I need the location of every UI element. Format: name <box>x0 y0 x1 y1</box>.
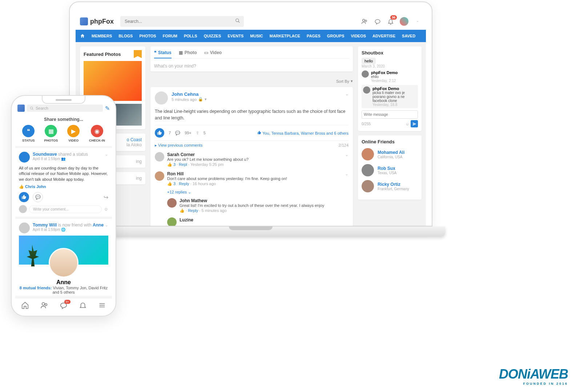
nav-saved[interactable]: SAVED <box>402 34 415 38</box>
composer-tab-status[interactable]: ❝ Status <box>154 50 172 58</box>
nav-marketplace[interactable]: MARKETPLACE <box>270 34 300 38</box>
comment-like[interactable]: 👍 3 <box>167 162 176 167</box>
nav-forum[interactable]: FORUM <box>163 34 177 38</box>
mutual-friends: 8 mutual friends: Vivian, Tommy Jon, Dav… <box>19 286 108 294</box>
post-menu-icon[interactable]: ⌄ <box>345 91 349 97</box>
nested-comment: Luzine <box>167 215 349 226</box>
tab-friends-icon[interactable] <box>40 301 48 309</box>
post-avatar[interactable] <box>19 152 30 163</box>
ribbon-icon <box>134 50 142 58</box>
comment-avatar[interactable] <box>167 217 177 226</box>
tab-notifications-icon[interactable] <box>79 301 87 309</box>
emoji-icon[interactable]: ☺ <box>406 122 409 126</box>
comment-menu-icon[interactable]: ⌄ <box>345 152 349 167</box>
post-menu-icon[interactable]: ⌄ <box>105 222 108 228</box>
friend-name[interactable]: Anne <box>19 279 108 286</box>
nav-members[interactable]: MEMBERS <box>92 34 112 38</box>
nav-quizzes[interactable]: QUIZZES <box>204 34 221 38</box>
more-replies[interactable]: +12 replies ⌄ <box>167 190 349 195</box>
share-icon[interactable]: ⇪ <box>196 131 199 135</box>
laptop-frame: phpFox 36 <box>69 1 432 256</box>
share-video-button[interactable]: ▶VIDEO <box>67 125 80 142</box>
comment-user[interactable]: Sarah Corner <box>167 152 342 157</box>
tab-chat-icon[interactable]: 9+ <box>60 301 68 309</box>
share-checkin-button[interactable]: ◉CHECK-IN <box>89 125 105 142</box>
view-previous-comments[interactable]: ▸ View previous comments 2/124 <box>155 140 349 150</box>
nav-advertise[interactable]: ADVERTISE <box>372 34 395 38</box>
send-button[interactable] <box>411 120 418 127</box>
like-button[interactable] <box>19 192 29 202</box>
friend-profile-avatar[interactable] <box>49 248 78 278</box>
comment-input[interactable]: Write your comment... <box>29 205 102 213</box>
comment-user[interactable]: John Mathew <box>180 198 349 203</box>
shout-name[interactable]: phpFox Demo <box>372 86 416 91</box>
composer-tab-video[interactable]: ▭ Video <box>204 50 222 55</box>
edit-icon[interactable]: ✎ <box>105 105 110 112</box>
nav-music[interactable]: MUSIC <box>250 34 263 38</box>
emoji-icon[interactable]: ☺ <box>104 207 108 212</box>
sort-by-dropdown[interactable]: Sort By ▾ <box>150 76 353 83</box>
notifications-icon[interactable]: 36 <box>387 17 395 25</box>
share-status-button[interactable]: ❝STATUS <box>22 125 35 142</box>
logo[interactable]: phpFox <box>80 17 114 25</box>
comment-avatar[interactable] <box>155 152 164 162</box>
comment-reply[interactable]: Reply <box>179 181 189 186</box>
comment-icon[interactable]: 💬 <box>175 131 180 135</box>
post-author-avatar[interactable] <box>155 91 168 105</box>
friend-location: Texas, USA <box>378 171 396 175</box>
nav-groups[interactable]: GROUPS <box>327 34 345 38</box>
mobile-post: ⌄ Soundwave shared a status April 8 at 1… <box>15 148 112 217</box>
friends-icon[interactable] <box>360 17 368 25</box>
nav-videos[interactable]: VIDEOS <box>351 34 366 38</box>
dropdown-icon[interactable] <box>414 17 422 25</box>
post-author-name[interactable]: John Cehna <box>172 91 207 97</box>
nav-pages[interactable]: PAGES <box>307 34 321 38</box>
comment-reply[interactable]: Reply <box>188 208 198 213</box>
comment-avatar[interactable] <box>155 171 164 181</box>
friend-item[interactable]: Ricky OrtizFrankfurt, Germany <box>362 180 418 192</box>
comment-button[interactable]: 💬 <box>33 192 43 202</box>
shoutbox-input[interactable] <box>362 110 418 119</box>
comment-user[interactable]: Luzine <box>180 217 349 222</box>
share-photos-button[interactable]: ▦PHOTOS <box>44 125 58 142</box>
post-likes[interactable]: 👍 Chris John <box>19 184 108 189</box>
shout-name[interactable]: phpFox Demo <box>371 70 398 75</box>
comment-like[interactable]: 👍 <box>180 208 185 213</box>
comment-menu-icon[interactable]: ⌄ <box>345 171 349 186</box>
friend-avatar <box>362 180 374 192</box>
status-icon: ❝ <box>22 125 35 137</box>
tab-home-icon[interactable] <box>21 301 29 309</box>
tab-menu-icon[interactable] <box>98 301 106 309</box>
post-likes-text[interactable]: You, Teresa Barbara, Warner Bross and 6 … <box>257 131 349 135</box>
shout-avatar[interactable] <box>362 70 369 78</box>
messages-icon[interactable] <box>374 17 382 25</box>
search-icon[interactable] <box>235 18 240 23</box>
nav-events[interactable]: EVENTS <box>227 34 243 38</box>
post-avatar[interactable] <box>19 222 30 233</box>
nav-blogs[interactable]: BLOGS <box>118 34 133 38</box>
friend-item[interactable]: Rob SuxTexas, USA <box>362 164 418 176</box>
mobile-logo-icon[interactable] <box>17 105 25 112</box>
composer-tab-photo[interactable]: ▦ Photo <box>179 50 197 55</box>
like-count: 7 <box>169 131 171 135</box>
search-input[interactable] <box>120 16 244 27</box>
chat-badge: 9+ <box>64 300 71 304</box>
post-menu-icon[interactable]: ⌄ <box>105 152 108 157</box>
mobile-search[interactable]: Search <box>27 105 103 112</box>
comment-avatar[interactable] <box>167 198 177 208</box>
comment-like[interactable]: 👍 3 <box>167 181 176 186</box>
composer-input[interactable]: What's on your mind? <box>154 58 349 70</box>
friend-item[interactable]: Mohamed AliCalifornia, USA <box>362 148 418 160</box>
shout-avatar[interactable] <box>363 86 370 94</box>
nav-home-icon[interactable] <box>80 33 85 38</box>
user-avatar[interactable] <box>400 17 408 26</box>
share-count: 5 <box>204 131 206 135</box>
nav-photos[interactable]: PHOTOS <box>139 34 156 38</box>
comment-reply[interactable]: Repl <box>179 162 187 167</box>
comment-user[interactable]: Ron Hill <box>167 171 342 176</box>
watermark-sub: FOUNDED IN 2016 <box>499 382 568 385</box>
share-icon[interactable]: ↪ <box>104 194 108 201</box>
chevron-down-icon[interactable]: ▾ <box>205 97 207 102</box>
like-button[interactable] <box>155 128 164 138</box>
nav-polls[interactable]: POLLS <box>184 34 197 38</box>
